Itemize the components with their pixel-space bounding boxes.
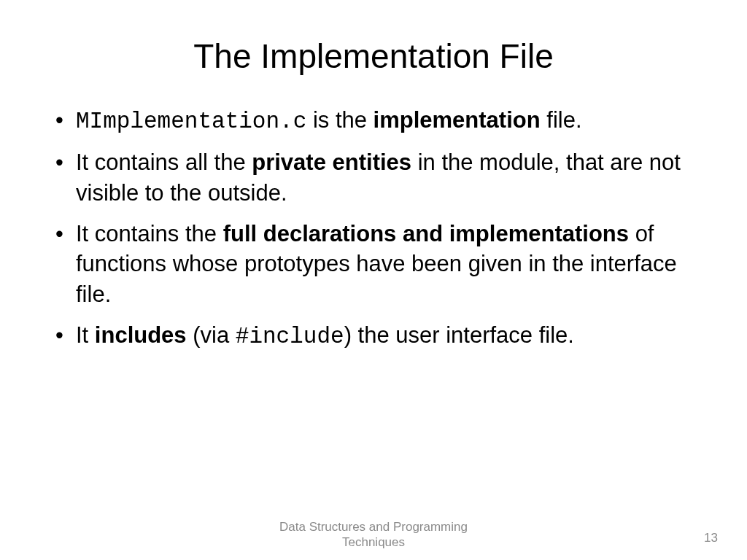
bold-text: implementation: [374, 107, 541, 133]
body-text: It contains the: [76, 221, 223, 246]
body-text: It contains all the: [76, 149, 252, 175]
slide: The Implementation File MImplementation.…: [0, 0, 747, 560]
slide-footer: Data Structures and Programming Techniqu…: [0, 520, 747, 550]
bullet-list: MImplementation.c is the implementation …: [51, 105, 696, 362]
body-text: It: [76, 322, 95, 348]
body-text: (via: [187, 322, 236, 348]
body-text: is the: [306, 107, 373, 133]
slide-title: The Implementation File: [51, 36, 696, 76]
code-text: MImplementation.c: [76, 109, 306, 134]
code-text: #include: [236, 324, 344, 349]
bold-text: full declarations and implementations: [223, 221, 629, 246]
page-number: 13: [704, 531, 718, 545]
body-text: ) the user interface file.: [344, 322, 574, 348]
footer-text: Data Structures and Programming Techniqu…: [257, 520, 490, 550]
bold-text: includes: [95, 322, 187, 348]
list-item: MImplementation.c is the implementation …: [51, 105, 696, 137]
list-item: It contains the full declarations and im…: [51, 219, 696, 311]
body-text: file.: [541, 107, 582, 133]
list-item: It contains all the private entities in …: [51, 147, 696, 209]
bold-text: private entities: [252, 149, 411, 175]
list-item: It includes (via #include) the user inte…: [51, 320, 696, 352]
